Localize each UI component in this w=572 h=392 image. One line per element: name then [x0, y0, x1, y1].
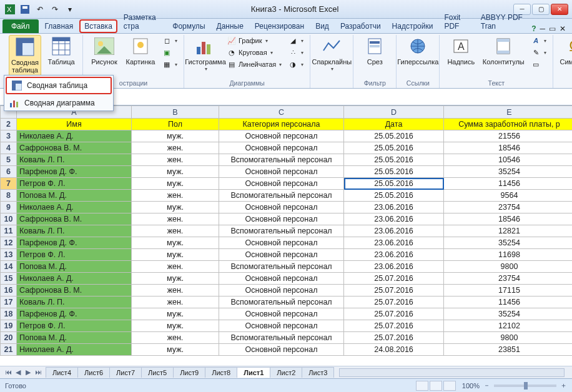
row-head[interactable]: 18 [1, 308, 17, 320]
worksheet-grid[interactable]: A B C D E 2 Имя Пол Категория персонала … [0, 105, 572, 366]
row-head[interactable]: 8 [1, 190, 17, 202]
cell-cat[interactable]: Основной персонал [219, 142, 344, 154]
cell-date[interactable]: 23.06.2016 [344, 225, 444, 237]
close-button[interactable]: ✕ [551, 4, 568, 15]
smartart-button[interactable]: ▣ [160, 47, 179, 58]
cell-date[interactable]: 25.07.2016 [344, 320, 444, 332]
cell-cat[interactable]: Основной персонал [219, 320, 344, 332]
cell-sex[interactable]: муж. [132, 166, 219, 178]
symbols-button[interactable]: Ω Символы▾ [558, 35, 572, 74]
chart-pie-button[interactable]: ◔Круговая▾ [225, 47, 283, 58]
histogram-button[interactable]: Гистограмма▾ [189, 35, 222, 74]
screenshot-button[interactable]: ▦▾ [160, 59, 179, 70]
cell-sum[interactable]: 10546 [444, 154, 573, 166]
doc-minimize-icon[interactable]: ─ [540, 24, 545, 33]
cell-name[interactable]: Парфенов Д. Ф. [17, 166, 132, 178]
cell-sum[interactable]: 23851 [444, 344, 573, 356]
cell-date[interactable]: 23.06.2016 [344, 249, 444, 261]
cell-name[interactable]: Петров Ф. Л. [17, 320, 132, 332]
cell-name[interactable]: Коваль Л. П. [17, 296, 132, 308]
cell-name[interactable]: Попова М. Д. [17, 332, 132, 344]
object-button[interactable]: ▭ [530, 59, 548, 70]
cell-sum[interactable]: 35254 [444, 308, 573, 320]
row-head[interactable]: 19 [1, 320, 17, 332]
cell-sex[interactable]: муж. [132, 273, 219, 285]
row-head[interactable]: 13 [1, 249, 17, 261]
cell-sum[interactable]: 35254 [444, 237, 573, 249]
col-C[interactable]: C [219, 106, 344, 119]
tab-foxit[interactable]: Foxit PDF [439, 11, 474, 33]
redo-icon[interactable]: ↷ [49, 3, 61, 16]
tab-view[interactable]: Вид [310, 19, 334, 33]
cell-sum[interactable]: 18546 [444, 213, 573, 225]
cell-date[interactable]: 25.07.2016 [344, 296, 444, 308]
chart-other-button[interactable]: ◑▾ [287, 59, 305, 70]
cell-sex[interactable]: жен. [132, 154, 219, 166]
cell-sex[interactable]: жен. [132, 225, 219, 237]
hdr-cat[interactable]: Категория персонала [219, 119, 344, 130]
cell-sex[interactable]: жен. [132, 142, 219, 154]
cell-date[interactable]: 25.05.2016 [344, 142, 444, 154]
cell-sum[interactable]: 23754 [444, 273, 573, 285]
doc-restore-icon[interactable]: ▭ [549, 24, 556, 33]
row-head[interactable]: 12 [1, 237, 17, 249]
cell-cat[interactable]: Вспомогательный персонал [219, 154, 344, 166]
sheet-tab[interactable]: Лист2 [270, 367, 302, 378]
cell-sex[interactable]: муж. [132, 249, 219, 261]
cell-sex[interactable]: муж. [132, 202, 219, 213]
row-head[interactable]: 7 [1, 178, 17, 190]
sheet-tab[interactable]: Лист7 [109, 367, 142, 378]
cell-date[interactable]: 25.05.2016 [344, 190, 444, 202]
zoom-in-icon[interactable]: ＋ [560, 381, 567, 390]
normal-view-icon[interactable] [416, 381, 428, 391]
row-head[interactable]: 21 [1, 344, 17, 356]
sheet-tab[interactable]: Лист4 [46, 367, 78, 378]
cell-sum[interactable]: 12821 [444, 225, 573, 237]
sheet-tab[interactable]: Лист3 [302, 367, 334, 378]
page-break-view-icon[interactable] [443, 381, 456, 391]
cell-cat[interactable]: Основной персонал [219, 344, 344, 356]
cell-sex[interactable]: жен. [132, 332, 219, 344]
cell-name[interactable]: Николаев А. Д. [17, 202, 132, 213]
cell-sum[interactable]: 23754 [444, 202, 573, 213]
cell-sex[interactable]: муж. [132, 308, 219, 320]
tab-developer[interactable]: Разработчи [335, 19, 386, 33]
tab-addins[interactable]: Надстройки [387, 19, 438, 33]
cell-sex[interactable]: муж. [132, 320, 219, 332]
cell-sex[interactable]: муж. [132, 130, 219, 142]
cell-cat[interactable]: Основной персонал [219, 166, 344, 178]
cell-sum[interactable]: 11456 [444, 178, 573, 190]
tab-file[interactable]: Файл [2, 19, 39, 33]
cell-cat[interactable]: Основной персонал [219, 273, 344, 285]
row-head[interactable]: 17 [1, 296, 17, 308]
cell-cat[interactable]: Основной персонал [219, 213, 344, 225]
hdr-sum[interactable]: Сумма заработной платы, р [444, 119, 573, 130]
cell-name[interactable]: Николаев А. Д. [17, 344, 132, 356]
table-button[interactable]: Таблица [45, 35, 77, 67]
sheet-tab[interactable]: Лист6 [77, 367, 110, 378]
row-head[interactable]: 5 [1, 154, 17, 166]
cell-sex[interactable]: жен. [132, 296, 219, 308]
hdr-date[interactable]: Дата [344, 119, 444, 130]
cell-sum[interactable]: 12102 [444, 320, 573, 332]
cell-sum[interactable]: 9564 [444, 190, 573, 202]
cell-sex[interactable]: жен. [132, 190, 219, 202]
cell-cat[interactable]: Вспомогательный персонал [219, 261, 344, 273]
tab-abbyy[interactable]: ABBYY PDF Tran [476, 11, 530, 33]
tab-insert[interactable]: Вставка [79, 19, 117, 33]
cell-sum[interactable]: 11698 [444, 249, 573, 261]
cell-sex[interactable]: муж. [132, 344, 219, 356]
cell-cat[interactable]: Основной персонал [219, 249, 344, 261]
cell-sum[interactable]: 35254 [444, 166, 573, 178]
horizontal-scrollbar[interactable] [339, 368, 565, 377]
row-head[interactable]: 15 [1, 273, 17, 285]
tab-page-layout[interactable]: Разметка стра [119, 11, 166, 33]
zoom-slider[interactable] [494, 385, 556, 387]
cell-cat[interactable]: Вспомогательный персонал [219, 296, 344, 308]
cell-sum[interactable]: 9800 [444, 332, 573, 344]
cell-cat[interactable]: Основной персонал [219, 178, 344, 190]
cell-date[interactable]: 25.05.2016 [344, 178, 444, 190]
cell-sex[interactable]: жен. [132, 285, 219, 296]
chart-area-button[interactable]: ◢▾ [287, 35, 305, 46]
cell-date[interactable]: 25.05.2016 [344, 154, 444, 166]
